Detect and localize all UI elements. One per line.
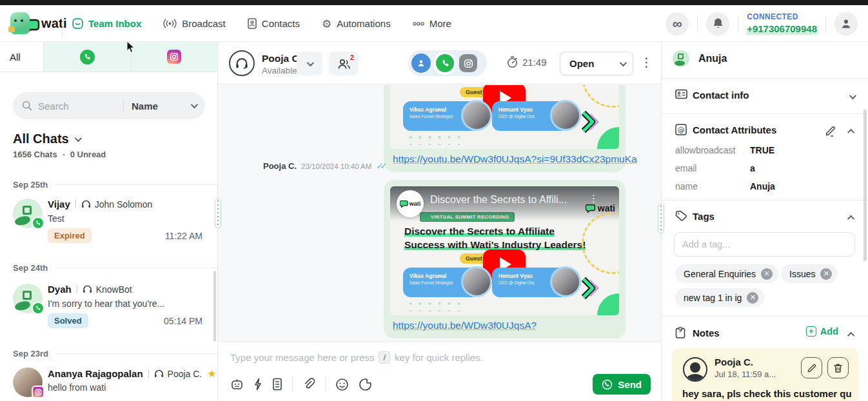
channel-whatsapp-selected[interactable] xyxy=(433,52,457,75)
chat-time: 11:22 AM xyxy=(165,231,202,241)
remove-tag-icon[interactable]: ✕ xyxy=(820,268,832,280)
attachment-paperclip-icon[interactable] xyxy=(302,378,315,391)
contact-attributes-section-header[interactable]: @ Contact Attributes xyxy=(662,121,868,142)
conversation-header: Pooja C. Available 2 21:49 Open ⋮ xyxy=(218,42,661,84)
add-tag-input[interactable] xyxy=(674,232,855,257)
section-title: Tags xyxy=(693,211,715,222)
remove-tag-icon[interactable]: ✕ xyxy=(747,292,758,304)
avatar xyxy=(13,367,43,397)
emoji-icon[interactable] xyxy=(335,378,349,391)
date-group-header: Sep 24th xyxy=(0,263,217,273)
contact-name: Ananya Rajagopalan xyxy=(48,368,143,379)
avatar xyxy=(13,199,43,228)
youtube-video-preview[interactable]: VIRTUAL SUMMIT RECORDING Discover the Se… xyxy=(390,85,619,149)
video-heading: Discover the Secrets to AffiliateSuccess… xyxy=(404,225,586,252)
instagram-channel-badge-icon xyxy=(32,386,44,398)
chat-list-counts: 1656 Chats 0 Unread xyxy=(13,150,106,159)
chat-list-title[interactable]: All Chats xyxy=(13,132,80,146)
tab-whatsapp[interactable] xyxy=(44,42,131,72)
message-link[interactable]: https://youtu.be/WDw3f0UJqsA?si=9Uf33dCx… xyxy=(390,153,619,165)
template-icon[interactable] xyxy=(272,378,282,391)
attribute-label: email xyxy=(675,163,696,173)
conversation-status-select[interactable]: Open xyxy=(560,52,633,75)
timer-value: 21:49 xyxy=(522,57,547,68)
chat-list-item-ananya[interactable]: Ananya Rajagopalan Pooja C. ★ hello from… xyxy=(0,364,213,401)
delete-note-button[interactable] xyxy=(827,357,849,378)
whatsapp-icon xyxy=(436,54,454,72)
person-icon xyxy=(840,18,852,30)
headset-icon xyxy=(83,285,92,294)
note-author-avatar xyxy=(683,357,707,382)
section-title: Contact Attributes xyxy=(693,124,776,135)
connection-status: CONNECTED +917306709948 xyxy=(747,12,817,35)
nav-automations-label: Automations xyxy=(337,18,390,29)
search-bar[interactable]: Name xyxy=(13,92,205,119)
contacts-icon xyxy=(248,18,257,29)
section-divider xyxy=(662,78,868,79)
agent-dropdown-button[interactable] xyxy=(297,52,322,75)
more-dots-icon xyxy=(413,22,424,26)
tags-section-header[interactable]: Tags xyxy=(662,208,868,228)
plus-icon: + xyxy=(806,326,816,337)
search-input[interactable] xyxy=(38,101,121,112)
search-filter-chevron-icon[interactable] xyxy=(191,101,198,108)
video-title-overlay: Discover the Secrets to Affili... xyxy=(430,194,567,206)
channel-instagram[interactable] xyxy=(459,54,477,72)
assigned-agent-name: Pooja C. xyxy=(262,53,302,64)
panel-scrollbar[interactable] xyxy=(863,110,867,261)
profile-button[interactable] xyxy=(834,12,858,35)
edit-note-button[interactable] xyxy=(801,357,822,378)
wati-logo[interactable]: wati xyxy=(10,10,67,36)
nav-broadcast[interactable]: Broadcast xyxy=(163,18,226,29)
nav-automations[interactable]: ⚙ Automations xyxy=(322,17,391,30)
nav-right-divider3 xyxy=(825,16,826,32)
name-agent-divider xyxy=(75,200,76,208)
stopwatch-icon xyxy=(507,56,518,68)
wati-mascot-icon xyxy=(10,12,30,34)
name-agent-divider xyxy=(77,285,77,293)
attribute-value: TRUE xyxy=(750,145,774,155)
read-receipt-icon: ✓✓ xyxy=(376,161,387,171)
assigned-agent: KnowBot xyxy=(96,284,132,295)
conversation-menu-button[interactable]: ⋮ xyxy=(640,55,653,71)
chat-list-item-vijay[interactable]: Vijay John Solomon Test Expired 11:22 AM xyxy=(0,195,213,257)
tab-all-channels[interactable]: All xyxy=(0,42,44,72)
panel-resize-handle[interactable] xyxy=(658,204,664,233)
sticker-icon[interactable] xyxy=(359,378,372,391)
notifications-button[interactable] xyxy=(706,12,729,35)
agent-avatar[interactable] xyxy=(229,50,255,76)
broadcast-icon xyxy=(163,19,177,28)
message-area[interactable]: VIRTUAL SUMMIT RECORDING Discover the Se… xyxy=(218,85,661,341)
youtube-video-preview[interactable]: VIRTUAL SUMMIT RECORDING Discover the Se… xyxy=(390,186,619,315)
message-link[interactable]: https://youtu.be/WDw3f0UJqsA? xyxy=(390,320,619,331)
meta-button[interactable]: ∞ xyxy=(666,12,689,35)
team-inbox-icon xyxy=(72,18,83,29)
edit-attributes-pencil-icon[interactable] xyxy=(825,125,836,137)
participants-button[interactable]: 2 xyxy=(329,52,359,75)
composer-input[interactable]: Type your message here or press / key fo… xyxy=(230,351,483,364)
contact-name: Anuja xyxy=(698,53,727,64)
assigned-agent: John Solomon xyxy=(95,199,153,210)
unread-count: 0 Unread xyxy=(70,150,106,159)
whatsapp-channel-badge-icon xyxy=(32,302,44,315)
composer-placeholder-tail: key for quick replies. xyxy=(395,352,483,363)
tab-instagram[interactable] xyxy=(131,42,217,72)
channel-contact-icon[interactable] xyxy=(411,54,431,73)
add-note-button[interactable]: + Add xyxy=(806,326,838,337)
outgoing-message-bubble: VIRTUAL SUMMIT RECORDING Discover the Se… xyxy=(384,180,626,338)
sidebar-resize-handle[interactable] xyxy=(215,199,221,228)
chat-list-item-dyah[interactable]: Dyah KnowBot I'm sorry to hear that you'… xyxy=(0,280,213,342)
quick-reply-lightning-icon[interactable] xyxy=(253,378,262,391)
chat-list-scrollbar[interactable] xyxy=(213,271,216,342)
remove-tag-icon[interactable]: ✕ xyxy=(761,268,773,280)
contact-info-section-header[interactable]: Contact info xyxy=(662,86,868,107)
note-text: hey sara, pls check this customer quer xyxy=(682,388,851,399)
nav-team-inbox[interactable]: Team Inbox xyxy=(72,18,141,29)
nav-more[interactable]: More xyxy=(413,18,451,29)
send-button[interactable]: Send xyxy=(593,374,651,395)
nav-contacts[interactable]: Contacts xyxy=(248,18,300,29)
chatbot-icon[interactable] xyxy=(230,378,244,391)
message-timestamp: 23/10/2024 10:40 AM xyxy=(301,162,371,170)
send-button-label: Send xyxy=(618,379,642,390)
headset-icon xyxy=(81,200,91,209)
